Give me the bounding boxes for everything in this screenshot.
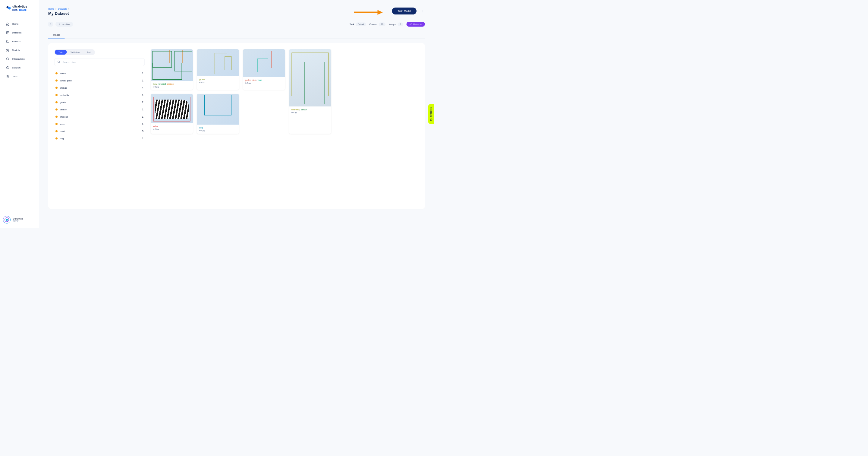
class-name: broccoli — [60, 115, 68, 118]
class-dot-icon — [56, 87, 58, 89]
class-dot-icon — [56, 80, 58, 82]
class-list: zebra1potted plant1orange4umbrella1giraf… — [54, 70, 145, 142]
brand-name: ultralytics — [12, 4, 27, 8]
svg-point-7 — [6, 219, 8, 221]
image-card[interactable]: dogim5.jpg — [197, 94, 239, 134]
image-card[interactable]: umbrella, personim6.jpg — [289, 49, 331, 134]
bbox — [153, 63, 182, 80]
class-dot-icon — [56, 123, 58, 125]
image-thumb — [151, 94, 193, 123]
image-thumb — [197, 49, 239, 76]
svg-point-5 — [7, 68, 8, 69]
image-card[interactable]: bowl, broccoli, orangeim1.jpg — [151, 49, 193, 90]
image-card[interactable]: giraffeim2.jpg — [197, 49, 239, 90]
class-count: 4 — [142, 86, 144, 89]
user-plan: FREE — [13, 220, 23, 222]
svg-point-17 — [430, 118, 432, 121]
sidebar-item-label: Trash — [12, 75, 18, 78]
classes-value: 10 — [379, 22, 385, 26]
sidebar-item-models[interactable]: Models — [3, 47, 36, 54]
class-count: 1 — [142, 72, 144, 75]
class-dot-icon — [56, 73, 58, 75]
class-count: 1 — [142, 108, 144, 111]
image-card[interactable]: potted plant, vaseim3.jpg — [243, 49, 285, 90]
class-row[interactable]: orange4 — [54, 84, 145, 91]
sidebar-user[interactable]: Ultralytics FREE — [0, 211, 39, 228]
more-vertical-icon — [421, 10, 424, 13]
class-row[interactable]: potted plant1 — [54, 77, 145, 84]
image-card[interactable]: zebraim4.jpg — [151, 94, 193, 134]
sidebar-item-home[interactable]: Home — [3, 20, 36, 28]
image-icon — [6, 31, 9, 34]
search-input[interactable] — [54, 58, 145, 66]
smile-icon — [430, 118, 433, 121]
classes-label: Classes — [369, 23, 377, 26]
sidebar-item-trash[interactable]: Trash — [3, 73, 36, 80]
breadcrumb-datasets[interactable]: Datasets — [58, 7, 67, 10]
image-grid: bowl, broccoli, orangeim1.jpggiraffeim2.… — [151, 49, 419, 203]
sidebar-item-label: Projects — [12, 40, 21, 43]
svg-point-10 — [422, 12, 423, 12]
class-row[interactable]: zebra1 — [54, 70, 145, 77]
main-content: Home > Datasets > My Dataset Train Model — [39, 0, 434, 228]
class-row[interactable]: broccoli1 — [54, 113, 145, 120]
svg-point-9 — [422, 11, 423, 11]
split-validation[interactable]: Validation — [67, 50, 83, 55]
class-row[interactable]: giraffe2 — [54, 98, 145, 106]
split-tabs: Train Validation Test — [54, 49, 95, 55]
tab-images[interactable]: Images — [48, 31, 65, 38]
split-test[interactable]: Test — [83, 50, 94, 55]
more-menu-button[interactable] — [420, 8, 425, 14]
svg-point-14 — [59, 24, 59, 24]
class-row[interactable]: umbrella1 — [54, 91, 145, 98]
class-row[interactable]: bowl3 — [54, 127, 145, 135]
image-thumb — [289, 49, 331, 107]
class-dot-icon — [56, 116, 58, 118]
image-tags: giraffe — [199, 78, 237, 81]
class-name: umbrella — [60, 94, 69, 96]
brand-hub: HUB — [12, 9, 18, 11]
image-filename: im6.jpg — [291, 111, 329, 113]
logo-mark-icon — [6, 5, 11, 10]
svg-point-8 — [422, 10, 423, 10]
universe-button[interactable]: Universe — [406, 22, 425, 27]
class-dot-icon — [56, 138, 58, 140]
class-count: 1 — [142, 79, 144, 82]
sidebar-nav: HomeDatasetsProjectsModelsIntegrationsSu… — [0, 17, 39, 83]
sidebar-item-support[interactable]: Support — [3, 64, 36, 72]
image-filename: im1.jpg — [153, 86, 190, 88]
class-row[interactable]: person1 — [54, 106, 145, 113]
sidebar-item-label: Models — [12, 49, 20, 52]
class-row[interactable]: vase1 — [54, 120, 145, 127]
image-thumb — [243, 49, 285, 77]
class-count: 1 — [142, 115, 144, 118]
bbox — [224, 56, 231, 70]
search-icon — [57, 60, 60, 64]
svg-point-18 — [431, 119, 432, 119]
task-value: Detect — [355, 22, 366, 26]
home-icon — [6, 22, 9, 26]
sidebar-item-integrations[interactable]: Integrations — [3, 55, 36, 63]
images-value: 6 — [398, 22, 403, 26]
user-icon — [58, 23, 60, 25]
class-dot-icon — [56, 109, 58, 111]
owner-pill[interactable]: roboflow — [56, 22, 73, 27]
class-dot-icon — [56, 94, 58, 96]
image-tags: zebra — [153, 125, 190, 127]
sidebar-item-datasets[interactable]: Datasets — [3, 29, 36, 36]
user-name: Ultralytics — [13, 217, 23, 220]
train-model-button[interactable]: Train Model — [392, 7, 416, 15]
svg-point-1 — [8, 7, 11, 10]
breadcrumb-home[interactable]: Home — [48, 7, 54, 10]
task-label: Task — [350, 23, 354, 26]
bbox — [304, 62, 324, 104]
svg-point-3 — [7, 32, 7, 33]
image-filename: im4.jpg — [153, 128, 190, 130]
images-label: Images — [389, 23, 396, 26]
sidebar-item-projects[interactable]: Projects — [3, 38, 36, 45]
help-icon — [6, 66, 9, 69]
class-row[interactable]: dog1 — [54, 135, 145, 142]
split-train[interactable]: Train — [55, 50, 67, 55]
logo[interactable]: ultralytics HUB BETA — [0, 4, 39, 17]
feedback-tab[interactable]: Feedback — [428, 104, 434, 124]
